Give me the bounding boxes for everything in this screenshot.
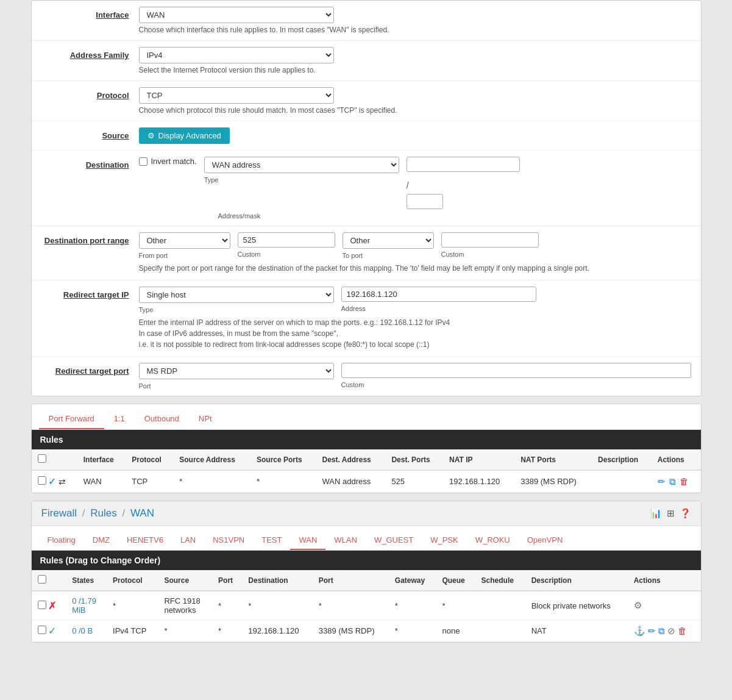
fw-row2-checkbox[interactable] [38, 626, 46, 634]
nat-col-interface: Interface [77, 449, 126, 470]
redirect-ip-content: Single host Type Address Enter the inter… [139, 287, 691, 350]
port-range-fields: Other From port Custom Other To port [139, 232, 691, 259]
fw-table-header-row: States Protocol Source Port Destination … [32, 570, 701, 591]
fw-table-row-1: ✗ 0 /1.79MiB * RFC 1918networks * * * * … [32, 591, 701, 620]
fw-sep2: / [122, 507, 125, 519]
fw-row1-gear-icon[interactable]: ⚙ [634, 600, 642, 611]
fw-row2-dest-port: 3389 (MS RDP) [313, 620, 389, 642]
to-custom-group: Custom [441, 232, 539, 258]
nat-col-source-addr: Source Address [173, 449, 251, 470]
nat-select-all-checkbox[interactable] [38, 454, 46, 463]
fw-sep1: / [82, 507, 85, 519]
dest-port-range-content: Other From port Custom Other To port [139, 232, 691, 274]
fw-col-protocol: Protocol [107, 570, 158, 591]
redirect-port-custom-input[interactable] [341, 363, 691, 378]
fw-tab-w-psk[interactable]: W_PSK [422, 531, 467, 550]
fw-tab-openvpn[interactable]: OpenVPN [519, 531, 572, 550]
dest-port-range-row: Destination port range Other From port C… [32, 226, 701, 280]
delete-icon[interactable]: 🗑 [680, 476, 689, 487]
to-port-custom-input[interactable] [441, 232, 539, 248]
edit-icon[interactable]: ✏ [658, 476, 666, 487]
destination-address-input[interactable] [407, 157, 520, 172]
fw-row1-checkbox[interactable] [38, 601, 46, 609]
copy-icon[interactable]: ⧉ [669, 476, 676, 487]
fw-row1-protocol: * [107, 591, 158, 620]
nat-row-description [592, 470, 652, 493]
fw-tab-floating[interactable]: Floating [39, 531, 84, 550]
interface-hint: Choose which interface this rule applies… [139, 26, 691, 34]
destination-type-select[interactable]: WAN address [204, 157, 399, 173]
anchor-icon[interactable]: ⚓ [634, 626, 645, 637]
fw-row2-states-link[interactable]: 0 /0 B [72, 626, 93, 635]
nat-col-source-ports: Source Ports [251, 449, 316, 470]
fw-tab-wlan[interactable]: WLAN [325, 531, 366, 550]
fw-tab-test[interactable]: TEST [253, 531, 290, 550]
nat-rules-header: Rules [32, 430, 701, 449]
shuffle-icon: ⇄ [59, 477, 66, 487]
nat-tabs: Port Forward 1:1 Outbound NPt [32, 404, 701, 430]
nat-section: Port Forward 1:1 Outbound NPt Rules Inte… [31, 404, 702, 493]
invert-group: Invert match. [139, 157, 197, 166]
fw-row2-delete-icon[interactable]: 🗑 [678, 626, 687, 636]
slash-separator: / [407, 176, 409, 190]
to-port-select[interactable]: Other [343, 232, 434, 249]
from-port-custom-input[interactable] [238, 232, 335, 248]
fw-title-firewall[interactable]: Firewall [41, 507, 77, 519]
nat-tab-1-1[interactable]: 1:1 [104, 409, 135, 429]
fw-select-all-checkbox[interactable] [38, 575, 46, 584]
nat-tab-outbound[interactable]: Outbound [135, 409, 189, 429]
dest-port-range-label: Destination port range [41, 232, 139, 245]
redirect-type-select[interactable]: Single host [139, 287, 334, 303]
fw-row2-copy-icon[interactable]: ⧉ [658, 626, 665, 637]
gear-icon: ⚙ [147, 131, 155, 140]
nat-row-source-ports: * [251, 470, 316, 493]
interface-label: Interface [41, 7, 139, 20]
bar-chart-icon[interactable]: 📊 [650, 508, 662, 519]
nat-row-checkbox[interactable] [38, 476, 46, 485]
from-port-select[interactable]: Other [139, 232, 230, 249]
nat-col-dest-addr: Dest. Address [316, 449, 386, 470]
destination-mask-input[interactable] [407, 194, 443, 209]
fw-tab-henetv6[interactable]: HENETV6 [118, 531, 172, 550]
address-family-select[interactable]: IPv4 [139, 47, 334, 63]
fw-row2-states: 0 /0 B [66, 620, 107, 642]
display-advanced-button[interactable]: ⚙ Display Advanced [139, 127, 230, 144]
interface-select[interactable]: WAN [139, 7, 334, 23]
fw-tab-w-guest[interactable]: W_GUEST [366, 531, 422, 550]
redirect-address-input[interactable] [341, 287, 536, 302]
dest-address-group: / [407, 157, 691, 209]
fw-row1-states-link[interactable]: 0 /1.79MiB [72, 596, 96, 615]
fw-tab-ns1vpn[interactable]: NS1VPN [204, 531, 253, 550]
fw-breadcrumb: Firewall / Rules / WAN [41, 507, 154, 520]
redirect-port-select[interactable]: MS RDP [139, 363, 334, 379]
nat-row-check: ✓ ⇄ [32, 470, 77, 493]
disable-icon[interactable]: ⊘ [667, 626, 675, 637]
fw-col-dest-port: Port [313, 570, 389, 591]
nat-row-dest-ports: 525 [385, 470, 443, 493]
fw-col-source: Source [158, 570, 212, 591]
from-port-group: Other From port [139, 232, 230, 259]
destination-label: Destination [41, 157, 139, 170]
fw-row2-edit-icon[interactable]: ✏ [648, 626, 656, 637]
fw-col-check [32, 570, 66, 591]
protocol-content: TCP Choose which protocol this rule shou… [139, 87, 691, 115]
redirect-address-group: Address [341, 287, 536, 312]
fw-tabs: Floating DMZ HENETV6 LAN NS1VPN TEST WAN… [32, 526, 701, 551]
help-icon[interactable]: ❓ [680, 508, 691, 519]
redirect-port-content: MS RDP Port Custom [139, 363, 691, 390]
fw-tab-lan[interactable]: LAN [172, 531, 204, 550]
fw-title-rules[interactable]: Rules [90, 507, 116, 519]
nat-col-description: Description [592, 449, 652, 470]
nat-tab-npt[interactable]: NPt [189, 409, 222, 429]
fw-col-schedule: Schedule [475, 570, 525, 591]
fw-col-actions: Actions [628, 570, 701, 591]
fw-tab-wan[interactable]: WAN [290, 531, 325, 550]
fw-tab-w-roku[interactable]: W_ROKU [467, 531, 519, 550]
invert-match-checkbox[interactable] [139, 157, 147, 166]
protocol-select[interactable]: TCP [139, 87, 334, 104]
nat-table-row: ✓ ⇄ WAN TCP * * WAN address 525 192.168.… [32, 470, 701, 493]
nat-tab-port-forward[interactable]: Port Forward [39, 409, 104, 429]
table-icon[interactable]: ⊞ [667, 508, 675, 519]
redirect-ip-hint: Enter the internal IP address of the ser… [139, 317, 691, 350]
fw-tab-dmz[interactable]: DMZ [84, 531, 118, 550]
